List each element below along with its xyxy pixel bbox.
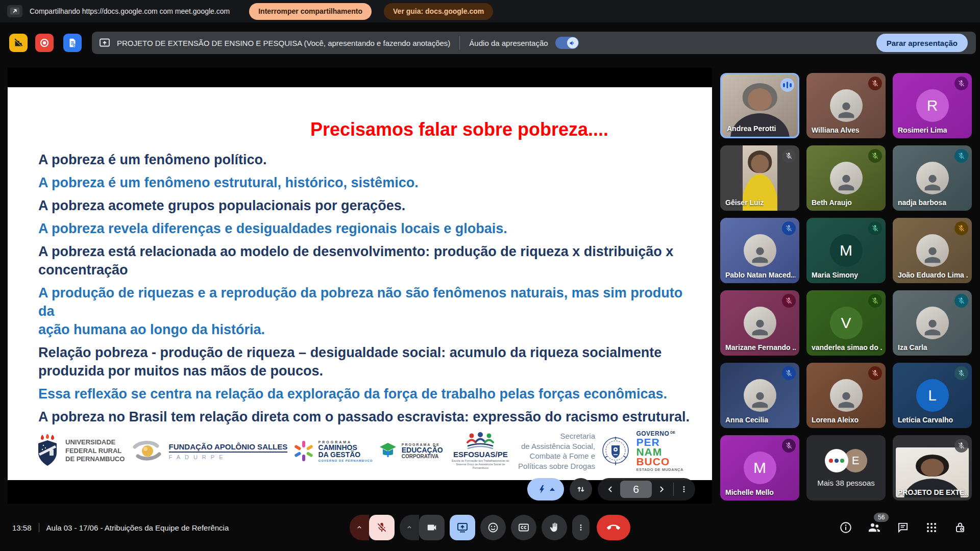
- scroll-sync-button[interactable]: [570, 478, 592, 500]
- participant-initial: M: [744, 452, 776, 484]
- participant-tile[interactable]: Vvanderlea simao do ...: [806, 290, 886, 356]
- slide-more-options-button[interactable]: [678, 478, 690, 500]
- presentation-title: PROJETO DE EXTENSÃO DE ENSINO E PESQUISA…: [117, 39, 450, 47]
- activities-button[interactable]: [924, 520, 939, 535]
- participant-name: Letícia Carvalho: [898, 416, 953, 424]
- people-button[interactable]: 56: [867, 520, 882, 535]
- slide-page-number[interactable]: 6: [620, 481, 652, 498]
- mic-muted-icon: [954, 149, 968, 163]
- participant-tile[interactable]: Andrea Perotti: [720, 73, 799, 138]
- participant-tile[interactable]: Marizane Fernando ...: [720, 290, 799, 356]
- participant-tile[interactable]: PROJETO DE EXTE...: [893, 435, 972, 500]
- participant-tile[interactable]: LLetícia Carvalho: [893, 363, 972, 428]
- avatar: [916, 307, 949, 339]
- participant-tile[interactable]: Lorena Aleixo: [806, 363, 886, 428]
- participant-tile[interactable]: Gêiser Luiz: [720, 145, 799, 211]
- slide-bullet-line: Relação pobreza - produção de riqueza – …: [38, 343, 702, 380]
- reactions-button[interactable]: [480, 515, 506, 540]
- camera-button[interactable]: [419, 515, 445, 540]
- slide-body: A pobreza é um fenômeno político.A pobre…: [8, 151, 712, 426]
- raise-hand-button[interactable]: [542, 515, 567, 540]
- end-call-button[interactable]: [597, 515, 630, 540]
- presentation-unavailable-button[interactable]: [9, 34, 28, 52]
- volume-icon: [567, 37, 578, 48]
- participant-name: Marizane Fernando ...: [725, 343, 796, 352]
- chat-icon: [896, 521, 910, 534]
- overflow-avatars: E: [825, 449, 867, 472]
- participant-tile[interactable]: Williana Alves: [806, 73, 886, 138]
- stop-sharing-button[interactable]: Interromper compartilhamento: [249, 3, 372, 20]
- participant-tile[interactable]: Beth Araujo: [806, 145, 886, 211]
- caminhos-mark-icon: [293, 440, 314, 462]
- more-people-label: Mais 38 pessoas: [817, 479, 875, 487]
- present-button[interactable]: [450, 515, 475, 540]
- vertical-dots-icon: [576, 523, 585, 532]
- participant-name: nadja barbosa: [898, 198, 946, 207]
- view-guide-button[interactable]: Ver guia: docs.google.com: [384, 3, 493, 20]
- more-options-button[interactable]: [572, 515, 590, 540]
- participant-tile[interactable]: Anna Cecilia: [720, 363, 799, 428]
- meeting-panels: 56: [838, 504, 968, 551]
- slide-bullet-line: A pobreza é um fenômeno político.: [38, 151, 702, 169]
- participant-tile[interactable]: Pablo Natan Maced...: [720, 218, 799, 283]
- stop-presenting-button[interactable]: Parar apresentação: [876, 34, 968, 52]
- camera-options-button[interactable]: [400, 515, 419, 540]
- captions-button[interactable]: [511, 515, 536, 540]
- governo-pernambuco-logo: GOVERNO DE PER NAM BUCO ESTADO DE MUDANÇ…: [636, 430, 683, 472]
- participant-tile[interactable]: Iza Carla: [893, 290, 972, 356]
- chevron-right-icon: [656, 484, 667, 494]
- smiley-icon: [487, 521, 499, 534]
- present-to-tab-icon: [99, 37, 111, 49]
- share-banner-text: Compartilhando https://docs.google.com c…: [30, 7, 230, 15]
- participant-tile[interactable]: RRosimeri Lima: [893, 73, 972, 138]
- participant-initial: V: [830, 307, 863, 339]
- notes-transcription-button[interactable]: [63, 34, 82, 52]
- fadurpe-logo: FUNDAÇÃO APOLÔNIO SALLES FADURPE: [131, 440, 288, 462]
- participant-name: Beth Araujo: [812, 198, 852, 207]
- slide-controls: 6: [527, 478, 695, 500]
- mic-muted-icon: [868, 221, 882, 235]
- mic-muted-icon: [954, 439, 968, 453]
- mic-button[interactable]: [369, 515, 395, 540]
- previous-slide-button[interactable]: [603, 478, 618, 500]
- host-controls-button[interactable]: [952, 520, 968, 535]
- present-screen-icon: [456, 521, 469, 534]
- chevron-up-icon: [355, 523, 363, 532]
- screen-share-banner: Compartilhando https://docs.google.com c…: [0, 0, 980, 22]
- annotate-button[interactable]: [527, 478, 564, 500]
- participant-name: Rosimeri Lima: [898, 126, 947, 134]
- mic-off-icon: [376, 522, 387, 533]
- audio-speaking-indicator: [780, 78, 794, 92]
- slide-bullet-line: Essa reflexão se centra na relação da ex…: [38, 385, 702, 403]
- participant-name: Lorena Aleixo: [812, 416, 859, 424]
- chevron-left-icon: [605, 484, 616, 494]
- participant-tile[interactable]: nadja barbosa: [893, 145, 972, 211]
- vertical-dots-icon: [679, 485, 689, 494]
- recording-indicator-button[interactable]: [35, 34, 54, 52]
- camera-icon: [426, 522, 437, 533]
- slide: Precisamos falar sobre pobreza.... A pob…: [8, 87, 712, 480]
- next-slide-button[interactable]: [654, 478, 669, 500]
- building-slash-icon: [13, 37, 24, 48]
- mic-options-button[interactable]: [350, 515, 369, 540]
- participant-tile[interactable]: MMichelle Mello: [720, 435, 799, 500]
- participant-name: João Eduardo Lima ...: [898, 271, 968, 279]
- presentation-audio-toggle[interactable]: [555, 37, 579, 49]
- info-button[interactable]: [838, 520, 853, 535]
- caminhos-da-gestao-logo: PROGRAMA CAMINHOS DA GESTÃO GOVERNO DE P…: [293, 440, 373, 462]
- captions-icon: [518, 521, 530, 534]
- mic-muted-icon: [954, 221, 968, 235]
- up-down-arrows-icon: [575, 484, 586, 495]
- participant-name: Williana Alves: [812, 126, 860, 134]
- participant-tile[interactable]: João Eduardo Lima ...: [893, 218, 972, 283]
- participant-tile[interactable]: EMais 38 pessoas: [806, 435, 886, 500]
- mic-muted-icon: [954, 294, 968, 308]
- participant-tile[interactable]: MMaria Simony: [806, 218, 886, 283]
- avatar: [830, 379, 863, 412]
- chat-button[interactable]: [895, 520, 911, 535]
- call-controls: [350, 515, 630, 540]
- secretaria-text: Secretaria de Assistência Social, Combat…: [518, 431, 595, 471]
- participant-count-badge: 56: [874, 513, 889, 522]
- participant-name: Michelle Mello: [725, 488, 774, 496]
- presentation-toolbar: PROJETO DE EXTENSÃO DE ENSINO E PESQUISA…: [0, 27, 980, 59]
